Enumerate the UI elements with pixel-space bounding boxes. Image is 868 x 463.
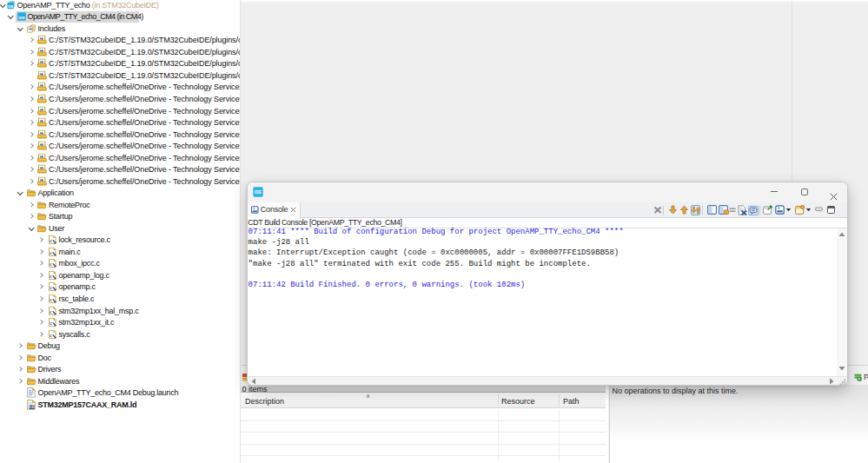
svg-text:c: c [50, 249, 52, 255]
svg-text:c: c [50, 332, 52, 338]
svg-text:c: c [50, 284, 52, 290]
svg-text:c: c [50, 237, 52, 243]
svg-text:c: c [50, 320, 52, 326]
svg-text:c: c [50, 296, 52, 302]
svg-text:LD: LD [30, 406, 34, 409]
svg-text:IDE: IDE [8, 4, 14, 8]
svg-text:c: c [50, 273, 52, 279]
svg-text:IDE: IDE [254, 189, 262, 195]
svg-text:c: c [50, 261, 52, 267]
svg-text:IDE: IDE [18, 16, 24, 20]
svg-text:c: c [50, 308, 52, 314]
